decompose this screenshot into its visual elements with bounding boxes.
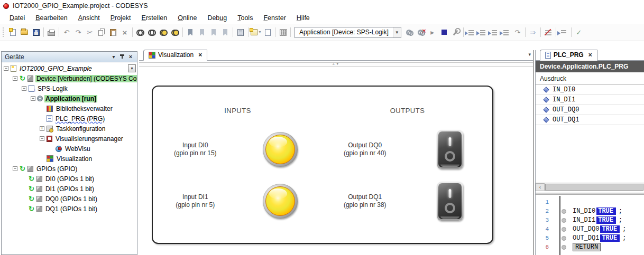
- open-project-button[interactable]: [19, 26, 30, 38]
- menu-bearbeiten[interactable]: Bearbeiten: [30, 13, 72, 23]
- close-icon[interactable]: ×: [198, 52, 202, 58]
- tree-item-visualisierungsmanager[interactable]: − Visualisierungsmanager: [2, 134, 137, 144]
- lamp-di1[interactable]: [263, 184, 298, 219]
- tab-plc-prg[interactable]: PLC_PRG ×: [540, 50, 597, 61]
- collapse-expander-icon[interactable]: −: [22, 86, 26, 91]
- reset-button[interactable]: ↷: [512, 26, 523, 38]
- tree-item-bibliotheksverwalter[interactable]: Bibliotheksverwalter: [2, 103, 137, 114]
- window-list-dropdown[interactable]: ▾: [528, 52, 531, 57]
- variable-row[interactable]: OUT_DQ1: [536, 115, 644, 125]
- chevron-down-icon[interactable]: ▾: [393, 27, 401, 37]
- edit-object-button[interactable]: [262, 26, 273, 38]
- collapse-expander-icon[interactable]: +: [40, 126, 44, 131]
- horizontal-scrollbar[interactable]: ‹: [536, 183, 644, 191]
- tree-item-device[interactable]: − ↻ Device [Verbunden] (CODESYS Contro: [2, 73, 137, 83]
- collapse-expander-icon[interactable]: −: [13, 166, 17, 171]
- print-button[interactable]: [45, 26, 57, 38]
- add-object-button[interactable]: ▾: [250, 26, 262, 38]
- call-stack-button[interactable]: [558, 26, 569, 38]
- redo-button[interactable]: ↷: [72, 26, 84, 38]
- toolbar-grip[interactable]: [3, 27, 5, 37]
- menu-ansicht[interactable]: Ansicht: [73, 13, 105, 23]
- tree-item-di0[interactable]: ↻ DI0 (GPIOs 1 bit): [2, 174, 137, 184]
- menu-datei[interactable]: Datei: [4, 13, 30, 23]
- cut-button[interactable]: ✂: [84, 26, 96, 38]
- find-in-project-button[interactable]: [158, 26, 169, 38]
- breakpoint-slot-icon[interactable]: [562, 218, 566, 223]
- replace-button[interactable]: [146, 26, 158, 38]
- breakpoint-slot-icon[interactable]: [562, 245, 566, 250]
- scrollbar-thumb[interactable]: [545, 184, 643, 191]
- menu-online[interactable]: Online: [172, 13, 202, 23]
- single-cycle-button[interactable]: [450, 26, 462, 38]
- breakpoint-slot-icon[interactable]: [562, 236, 566, 241]
- menu-debug[interactable]: Debug: [202, 13, 232, 23]
- menu-erstellen[interactable]: Erstellen: [136, 13, 173, 23]
- bookmark-toggle-button[interactable]: [185, 26, 196, 38]
- tree-item-visualization[interactable]: Visualization: [2, 154, 137, 164]
- build-button[interactable]: [277, 26, 289, 38]
- replace-in-project-button[interactable]: [169, 26, 181, 38]
- rocker-switch-dq1[interactable]: [437, 182, 463, 221]
- variable-row[interactable]: OUT_DQ0: [536, 105, 644, 115]
- tree-item-di1[interactable]: ↻ DI1 (GPIOs 1 bit): [2, 184, 137, 194]
- active-application-combo[interactable]: Application [Device: SPS-Logik] ▾: [295, 27, 401, 38]
- tree-item-application[interactable]: − Application [run]: [2, 93, 137, 103]
- tree-item-plc-prg[interactable]: PLC_PRG (PRG): [2, 114, 137, 124]
- flow-control-button[interactable]: ✓: [573, 26, 585, 38]
- toolbox-collapse-bar[interactable]: ▵▾: [139, 62, 534, 67]
- tree-item-gpios[interactable]: − ↻ GPIOs (GPIO): [2, 164, 137, 174]
- bookmark-next-button[interactable]: [196, 26, 208, 38]
- properties-button[interactable]: [235, 26, 246, 38]
- variable-row[interactable]: IN_DI0: [536, 85, 644, 95]
- new-project-button[interactable]: [7, 26, 19, 38]
- collapse-expander-icon[interactable]: −: [40, 136, 44, 141]
- breakpoint-slot-icon[interactable]: [562, 227, 566, 232]
- find-button[interactable]: [134, 26, 146, 38]
- panel-dropdown-button[interactable]: ▾: [109, 53, 118, 61]
- save-button[interactable]: [30, 26, 42, 38]
- lamp-di0[interactable]: [263, 132, 298, 167]
- panel-splitter[interactable]: [533, 50, 534, 255]
- menu-fenster[interactable]: Fenster: [258, 13, 291, 23]
- step-into-button[interactable]: [477, 26, 489, 38]
- step-over-button[interactable]: [465, 26, 477, 38]
- rocker-switch-dq0[interactable]: [437, 130, 463, 169]
- tree-item-webvisu[interactable]: WebVisu: [2, 144, 137, 154]
- bookmark-clear-button[interactable]: [219, 26, 231, 38]
- toggle-breakpoint-button[interactable]: [542, 26, 554, 38]
- collapse-expander-icon[interactable]: −: [4, 66, 8, 71]
- collapse-expander-icon[interactable]: −: [13, 76, 17, 81]
- variable-row[interactable]: IN_DI1: [536, 95, 644, 105]
- paste-button[interactable]: [107, 26, 119, 38]
- copy-button[interactable]: [96, 26, 107, 38]
- editor-splitter[interactable]: [536, 193, 644, 195]
- tree-item-project[interactable]: − IOT2000_GPIO_Example ▾: [2, 63, 137, 73]
- panel-pin-button[interactable]: [118, 53, 126, 61]
- panel-close-button[interactable]: ×: [126, 53, 135, 61]
- collapse-expander-icon[interactable]: −: [31, 96, 35, 101]
- login-button[interactable]: [403, 26, 415, 38]
- step-out-button[interactable]: [489, 26, 500, 38]
- tree-item-taskkonfiguration[interactable]: + Taskkonfiguration: [2, 124, 137, 134]
- tree-item-dq1[interactable]: ↻ DQ1 (GPIOs 1 bit): [2, 204, 137, 214]
- stop-button[interactable]: [438, 26, 450, 38]
- code-area[interactable]: 1 2 IN_DI0TRUE; 3 IN_DI1TRUE; 4 OUT_DQ0T…: [536, 196, 644, 255]
- menu-hilfe[interactable]: Hilfe: [291, 13, 315, 23]
- show-next-statement-button[interactable]: ⇒: [527, 26, 539, 38]
- logout-button[interactable]: [415, 26, 427, 38]
- scroll-left-button[interactable]: ‹: [536, 183, 545, 191]
- bookmark-prev-button[interactable]: [208, 26, 219, 38]
- run-to-cursor-button[interactable]: [500, 26, 512, 38]
- menu-tools[interactable]: Tools: [232, 13, 258, 23]
- breakpoint-slot-icon[interactable]: [562, 209, 566, 214]
- undo-button[interactable]: ↶: [61, 26, 72, 38]
- tab-visualization[interactable]: Visualization ×: [143, 50, 207, 61]
- delete-button[interactable]: ×: [119, 26, 131, 38]
- close-icon[interactable]: ×: [588, 52, 592, 58]
- project-combo-button[interactable]: ▾: [128, 64, 136, 72]
- start-button[interactable]: ▸: [427, 26, 438, 38]
- tree-item-dq0[interactable]: ↻ DQ0 (GPIOs 1 bit): [2, 194, 137, 204]
- tree-item-sps-logik[interactable]: − SPS-Logik: [2, 83, 137, 93]
- menu-projekt[interactable]: Projekt: [105, 13, 136, 23]
